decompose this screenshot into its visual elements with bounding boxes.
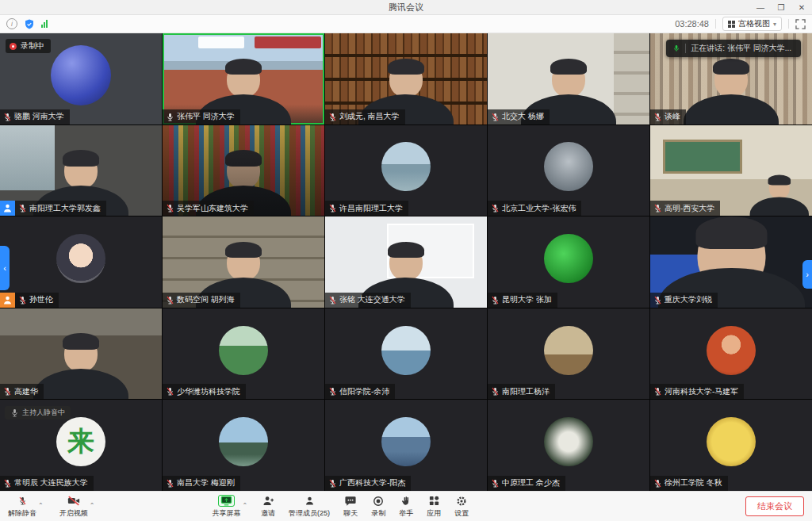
video-tile-20[interactable]: 河南科技大学-马建军 [650,308,812,400]
tile-bottom-row: 高建华 [0,384,44,399]
tile-bottom-row: 广西科技大学-阳杰 [325,476,411,491]
tile-bottom-row: 昆明大学 张加 [488,293,557,308]
participant-label: 谈峰 [650,109,686,125]
info-icon[interactable]: i [6,18,17,29]
layout-switch-button[interactable]: 宫格视图 ▾ [722,17,782,31]
chat-button[interactable]: 聊天 [343,494,358,519]
video-tile-2[interactable]: 张伟平 同济大学 [163,33,324,125]
video-tile-17[interactable]: 少华潍坊科技学院 [163,308,324,400]
shield-icon[interactable] [25,19,34,29]
participant-name: 张伟平 同济大学 [177,112,235,121]
participant-label: 中原理工 佘少杰 [488,476,565,491]
video-tile-3[interactable]: 刘成元, 南昌大学 [325,33,487,125]
participant-label: 信阳学院-余沛 [325,384,395,399]
unmute-button[interactable]: 解除静音⌃ [8,494,44,519]
video-tile-13[interactable]: 张铭 大连交通大学 [325,216,487,308]
minimize-button[interactable]: — [750,0,771,14]
video-tile-1[interactable]: 录制中骆鹏 河南大学 [0,33,162,125]
video-tile-10[interactable]: 高明-西安大学 [650,125,812,216]
tile-bottom-row: 信阳学院-余沛 [325,384,395,399]
mic-muted-icon [491,386,500,396]
toolbar-item-label: 聊天 [343,508,358,519]
speaking-toast-text: 正在讲话: 张伟平 同济大学... [691,43,791,54]
mic-muted-icon [18,295,27,305]
mic-muted-icon [3,478,12,488]
previous-page-button[interactable]: ‹ [0,246,10,290]
chevron-up-icon[interactable]: ⌃ [242,502,247,509]
chevron-up-icon[interactable]: ⌃ [90,502,95,509]
gear-icon [456,494,467,508]
video-tile-21[interactable]: 来主持人静音中常明辰 大连民族大学 [0,400,162,491]
tile-bottom-row: 张伟平 同济大学 [163,109,240,125]
participant-name: 南阳理工杨洋 [502,387,550,396]
toolbar-item-label: 解除静音 [8,508,36,519]
lake-avatar [381,326,431,375]
apps-button[interactable]: 应用 [427,494,441,519]
mic-muted-icon [328,203,337,213]
close-button[interactable]: ✕ [791,0,812,14]
tile-bottom-row: 张铭 大连交通大学 [325,293,411,308]
video-tile-24[interactable]: 中原理工 佘少杰 [488,400,649,491]
chevron-up-icon[interactable]: ⌃ [38,502,44,509]
participant-label: 重庆大学刘锐 [650,293,718,308]
members-button[interactable]: 管理成员(25) [289,494,330,519]
video-tile-16[interactable]: 高建华 [0,308,162,400]
mic-muted-icon [328,112,337,122]
video-tile-25[interactable]: 徐州工学院 冬秋 [650,400,812,491]
toolbar-item-label: 举手 [399,508,413,519]
mic-muted-icon [491,203,500,213]
video-grid: 正在讲话: 张伟平 同济大学... ‹ › 录制中骆鹏 河南大学张伟平 同济大学… [0,33,812,491]
end-meeting-button[interactable]: 结束会议 [745,496,804,516]
building-avatar [544,142,593,191]
participant-name: 北京工业大学-张宏伟 [502,204,576,213]
video-tile-22[interactable]: 南昌大学 梅迎刚 [163,400,324,491]
mic-icon [672,44,680,53]
video-tile-11[interactable]: 孙世伦 [0,216,162,308]
pavilion-avatar [219,417,268,466]
share-screen-button[interactable]: 共享屏幕⌃ [212,494,247,519]
window-controls: —❐✕ [750,0,812,14]
video-tile-7[interactable]: 吴学军山东建筑大学 [163,125,324,216]
maximize-button[interactable]: ❐ [771,0,791,14]
video-tile-6[interactable]: 南阳理工大学郭发鑫 [0,125,162,216]
mic-muted-icon [653,295,662,305]
participant-label: 南阳理工杨洋 [488,384,555,399]
chat-icon [345,494,356,508]
video-tile-12[interactable]: 数码空间 胡列海 [163,216,324,308]
participant-name: 张铭 大连交通大学 [339,295,405,305]
settings-button[interactable]: 设置 [454,494,469,519]
next-page-button[interactable]: › [802,260,812,289]
dandelion-avatar [544,417,593,466]
screen-share-icon [218,494,235,508]
video-tile-15[interactable]: 重庆大学刘锐 [650,216,812,308]
meeting-info-bar: i 03:28:48 宫格视图 ▾ [0,15,812,33]
person-add-icon [262,494,274,508]
video-tile-4[interactable]: 北交大 杨娜 [488,33,649,125]
tile-bottom-row: 常明辰 大连民族大学 [0,476,94,491]
chevron-down-icon: ▾ [773,21,776,28]
mic-muted-icon [166,295,174,305]
network-signal-icon[interactable] [41,20,48,28]
participant-name: 常明辰 大连民族大学 [14,478,88,488]
participant-label: 高建华 [0,384,44,399]
start-video-button[interactable]: 开启视频⌃ [59,494,95,519]
tile-bottom-row: 谈峰 [650,109,686,125]
video-tile-19[interactable]: 南阳理工杨洋 [488,308,649,400]
raise-hand-button[interactable]: 举手 [399,494,413,519]
recording-badge: 录制中 [6,39,51,53]
video-tile-18[interactable]: 信阳学院-余沛 [325,308,487,400]
participant-name: 孙世伦 [29,295,53,305]
toolbar-left-group: 解除静音⌃开启视频⌃ [8,494,94,519]
participant-name: 中原理工 佘少杰 [502,478,560,488]
video-tile-23[interactable]: 广西科技大学-阳杰 [325,400,487,491]
host-toast-text: 主持人静音中 [22,408,65,418]
mic-muted-icon [653,203,662,213]
participant-silhouette [684,61,779,125]
record-button[interactable]: 录制 [371,494,385,519]
video-tile-14[interactable]: 昆明大学 张加 [488,216,649,308]
invite-button[interactable]: 邀请 [261,494,275,519]
video-tile-8[interactable]: 许昌南阳理工大学 [325,125,487,216]
fullscreen-icon[interactable] [795,19,806,29]
tile-bottom-row: 高明-西安大学 [650,201,720,216]
video-tile-9[interactable]: 北京工业大学-张宏伟 [488,125,649,216]
